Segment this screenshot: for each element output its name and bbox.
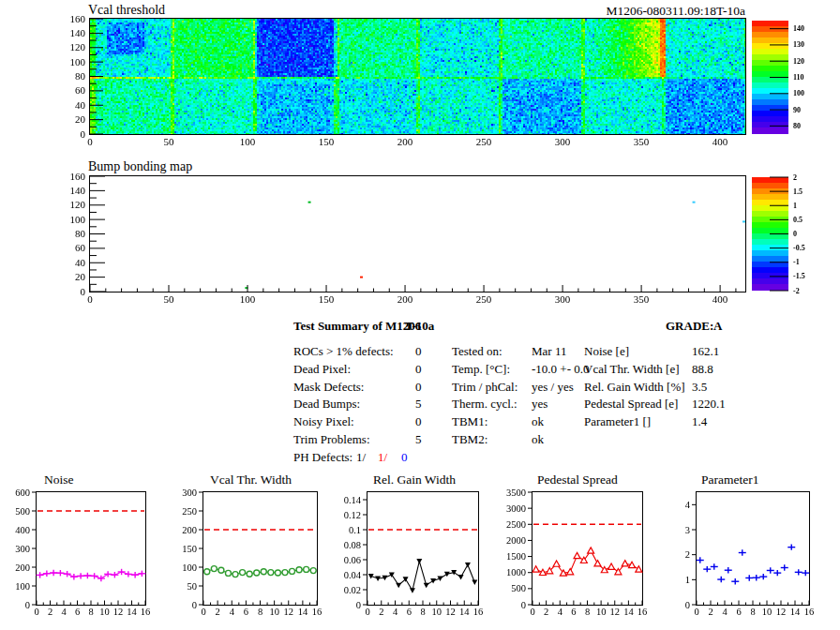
y-tick-label: 2 (685, 549, 690, 560)
x-tick-label: 0 (87, 293, 93, 305)
y-tick-label: 20 (75, 271, 86, 282)
x-tick-label: 50 (164, 136, 175, 147)
y-tick-label: 0 (521, 600, 526, 610)
colorbar-tick-label: -0.5 (793, 244, 805, 252)
y-tick-label: 40 (75, 257, 86, 268)
y-tick-label: 250 (182, 506, 197, 517)
y-tick-label: 3000 (506, 503, 526, 514)
y-tick-label: 2000 (506, 535, 526, 546)
y-tick-label: 100 (70, 214, 86, 225)
x-tick-label: 0 (201, 607, 205, 617)
colorbar-tick-label: -1.5 (793, 272, 805, 280)
x-tick-label: 100 (240, 136, 256, 147)
colorbar-tick-label: 0 (793, 230, 797, 238)
y-tick-label: 0 (192, 600, 197, 610)
y-tick-label: 0.12 (344, 510, 361, 520)
y-tick-label: 3500 (506, 488, 526, 498)
colorbar-tick-label: 130 (793, 40, 804, 49)
x-tick-label: 50 (164, 293, 175, 305)
x-tick-label: 150 (319, 293, 335, 305)
colorbar-tick-label: 2 (793, 173, 797, 182)
x-tick-label: 8 (258, 607, 262, 617)
x-tick-label: 16 (141, 607, 151, 617)
module-test-report: Vcal threshold M1206-080311.09:18T-10a B… (0, 0, 840, 630)
y-tick-label: 200 (182, 525, 197, 535)
y-tick-label: 0.1 (349, 525, 361, 535)
x-tick-label: 14 (790, 607, 801, 617)
y-tick-label: 3 (685, 525, 690, 535)
y-tick-label: 80 (75, 70, 86, 82)
colorbar-tick-label: 1.5 (793, 188, 802, 196)
y-tick-label: 120 (70, 199, 86, 210)
x-tick-label: 250 (476, 293, 492, 305)
x-tick-label: 12 (113, 607, 124, 617)
y-tick-label: 80 (75, 228, 86, 239)
y-tick-label: 60 (75, 84, 86, 96)
y-tick-label: 0.14 (344, 495, 362, 505)
x-tick-label: 8 (420, 607, 425, 617)
x-tick-label: 0 (87, 136, 93, 147)
y-tick-label: 100 (182, 562, 197, 573)
x-tick-label: 0 (34, 607, 38, 617)
x-tick-label: 10 (432, 607, 442, 617)
x-tick-label: 200 (398, 293, 413, 305)
x-tick-label: 10 (596, 607, 607, 617)
x-tick-label: 8 (750, 607, 755, 617)
x-tick-label: 16 (638, 607, 648, 617)
y-tick-label: 140 (70, 185, 86, 196)
colorbar-tick-label: 120 (793, 57, 804, 66)
bump-map-axes: 0204060801001201401600501001502002503003… (70, 171, 746, 306)
x-tick-label: 12 (610, 607, 621, 617)
y-tick-label: 160 (70, 13, 86, 24)
x-tick-label: 150 (319, 136, 335, 147)
y-tick-label: 140 (70, 27, 86, 38)
y-tick-label: 100 (70, 56, 86, 68)
x-tick-label: 4 (558, 607, 563, 617)
colorbar-tick-label: 110 (793, 73, 804, 82)
y-tick-label: 0 (356, 600, 361, 610)
x-tick-label: 4 (230, 607, 235, 617)
x-tick-label: 2 (48, 607, 52, 617)
x-tick-label: 6 (75, 607, 80, 617)
x-tick-label: 250 (476, 136, 492, 147)
x-tick-label: 0 (694, 607, 698, 617)
y-tick-label: 0.08 (344, 540, 361, 550)
x-tick-label: 14 (459, 607, 470, 617)
y-tick-label: 600 (15, 488, 30, 498)
x-tick-label: 0 (365, 607, 369, 617)
y-tick-label: 60 (75, 242, 86, 253)
colorbar-tick-label: 100 (793, 89, 804, 98)
x-tick-label: 2 (544, 607, 548, 617)
x-tick-label: 200 (398, 136, 413, 147)
x-tick-label: 16 (312, 607, 322, 617)
y-tick-label: 20 (75, 113, 86, 125)
colorbar-ticks: 8090100110120130140 (770, 24, 804, 130)
x-tick-label: 8 (88, 607, 93, 617)
y-tick-label: 40 (75, 99, 86, 111)
x-tick-label: 2 (708, 607, 712, 617)
y-tick-label: 0 (25, 600, 30, 610)
y-tick-label: 100 (15, 581, 30, 592)
colorbar-tick-label: 90 (793, 106, 801, 114)
x-tick-label: 12 (284, 607, 294, 617)
colorbar-ticks: -2-1.5-1-0.500.511.52 (770, 173, 805, 295)
y-tick-label: 400 (15, 525, 30, 535)
y-tick-label: 0 (81, 286, 86, 297)
x-tick-label: 10 (269, 607, 279, 617)
colorbar-tick-label: 80 (793, 122, 801, 130)
x-tick-label: 4 (722, 607, 728, 617)
y-tick-label: 0.04 (344, 570, 362, 580)
noise-plot: 01002003004005006000246810121416 (15, 488, 150, 618)
colorbar-tick-label: 0.5 (793, 216, 802, 224)
x-tick-label: 400 (712, 136, 728, 147)
x-tick-label: 4 (393, 607, 398, 617)
y-tick-label: 0 (81, 128, 86, 140)
x-tick-label: 6 (736, 607, 741, 617)
y-tick-label: 500 (511, 583, 526, 593)
colorbar-tick-label: 140 (793, 24, 804, 33)
x-tick-label: 16 (473, 607, 484, 617)
x-tick-label: 0 (530, 607, 534, 617)
x-tick-label: 10 (99, 607, 110, 617)
y-tick-label: 50 (188, 581, 198, 592)
colorbar-tick-label: -2 (793, 287, 800, 295)
